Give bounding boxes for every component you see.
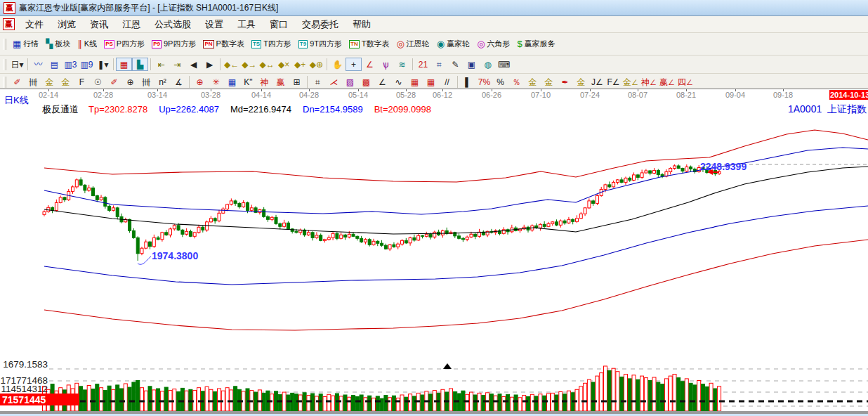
volume-value-badge-text: 71571445 [2,394,46,405]
toolbar-button-kline[interactable]: ∥K线 [74,39,100,49]
tool-grid-3-pane[interactable]: ▥3 [63,58,79,71]
tool-grid-9-pane[interactable]: ▥9 [79,58,95,71]
tool-zoom-in[interactable]: ◆+ [292,58,308,71]
tool-knife-tool[interactable]: ✐ [9,75,25,89]
tool-box-select[interactable]: ⌗ [310,75,326,89]
tool-overlay-curve[interactable]: 〰 [30,58,46,71]
menu-item-news[interactable]: 资讯 [83,18,115,31]
kline-volume-chart[interactable]: 1974.38002248.93991679.15831717714681145… [0,89,868,416]
tool-red-grid-arrow[interactable]: ▦ [423,75,439,89]
toolbar-grip[interactable] [3,77,6,88]
tool-zoom-all[interactable]: ◆⊕ [308,58,324,71]
tool-knife-ruler[interactable]: ✐ [106,75,122,89]
toolbar-button-winner-service[interactable]: $赢家服务 [513,39,558,49]
tool-starburst[interactable]: ✳ [208,75,224,89]
menu-item-tools[interactable]: 工具 [230,18,263,31]
toolbar-grip[interactable] [3,39,6,50]
tool-angle-mirror[interactable]: ∡ [171,75,187,89]
toolbar-button-9t-square[interactable]: T99T四方形 [295,39,346,49]
tool-shift-left[interactable]: ◆← [223,58,240,71]
tool-zigzag-tool[interactable]: ∿ [390,75,407,89]
tool-gann-circle[interactable]: ⊕ [122,75,138,89]
tool-gold-gate-1[interactable]: 金 [41,75,58,89]
tool-ying-tool[interactable]: 赢 [272,75,289,89]
tool-shen-angle[interactable]: 神∠ [640,75,658,89]
tool-f-ruler[interactable]: F [74,75,90,89]
tool-red-grid[interactable]: ▦ [407,75,423,89]
tool-last-bar[interactable]: ⇥ [169,58,185,71]
tool-gold-angle[interactable]: 金∠ [622,75,640,89]
toolbar-button-hexagon[interactable]: ◎六角形 [473,39,513,49]
toolbar-button-t-square[interactable]: TST四方形 [248,39,295,49]
tool-f-angle[interactable]: F∠ [605,75,622,89]
toolbar-grip[interactable] [3,59,6,70]
tool-ruler-2[interactable]: 卌 [138,75,154,89]
menu-item-settings[interactable]: 设置 [198,18,230,31]
tool-gann-fan[interactable]: ⋌ [326,75,342,89]
volume-marker-triangle [443,363,452,369]
tool-gold-underline[interactable]: 金 [541,75,557,89]
tool-workstation[interactable]: ⌨ [496,58,512,71]
toolbar-button-t-number-table[interactable]: TNT数字表 [346,39,393,49]
tool-price-pane[interactable]: ▌ [460,75,476,89]
tool-notes[interactable]: ✎ [447,58,463,71]
toolbar-button-sectors[interactable]: ▚板块 [42,39,74,49]
menu-item-help[interactable]: 帮助 [346,18,378,31]
date-tick-label: 02-14 [39,91,58,99]
tool-calculator[interactable]: ⌗ [431,58,447,71]
menu-item-browse[interactable]: 浏览 [51,18,83,31]
tool-grid-box[interactable]: ▦ [224,75,240,89]
tool-slant-lines[interactable]: // [439,75,455,89]
tool-grid-ruler[interactable]: 卌 [25,75,41,89]
tool-volume-profile[interactable]: ▙ [132,58,148,71]
toolbar-button-p-square[interactable]: PSP四方形 [100,39,148,49]
tool-shen-tool[interactable]: 神 [256,75,272,89]
tool-gold-gate-2[interactable]: 金 [58,75,74,89]
menu-item-trade-order[interactable]: 交易委托 [295,18,346,31]
tool-grid-123[interactable]: ⊞ [289,75,305,89]
tool-fan-box[interactable]: ▨ [342,75,358,89]
menu-item-gann[interactable]: 江恩 [115,18,147,31]
tool-pattern-overlay[interactable]: ▦ [116,58,132,71]
tool-info-panel[interactable]: ▤ [46,58,63,71]
tool-gold-circle[interactable]: 金 [525,75,541,89]
tool-percent[interactable]: % [492,75,508,89]
tool-hand-tool[interactable]: ✋ [329,58,346,71]
toolbar-button-winner-wheel[interactable]: ◉赢家轮 [433,39,473,49]
tool-brush-tool[interactable]: ✒ [557,75,573,89]
tool-web-data[interactable]: ◍ [480,58,496,71]
tool-ying-angle[interactable]: 赢∠ [658,75,676,89]
tool-crosshair-tool[interactable]: + [346,58,362,71]
tool-kline-style-dropdown[interactable]: 日▾ [9,58,25,71]
tool-first-bar[interactable]: ⇤ [153,58,169,71]
tool-n-squared[interactable]: n² [154,75,171,89]
tool-zoom-out[interactable]: ◆× [276,58,292,71]
tool-prev-bar[interactable]: ◀ [185,58,202,71]
tool-si-angle[interactable]: 四∠ [676,75,695,89]
tool-zoom-horizontal[interactable]: ◆↔ [258,58,275,71]
tool-next-bar[interactable]: ▶ [202,58,218,71]
toolbar-button-gann-wheel[interactable]: ◎江恩轮 [393,39,433,49]
menu-item-formula-stock-pick[interactable]: 公式选股 [147,18,198,31]
tool-angle-measure-tool[interactable]: ∠ [362,58,378,71]
tool-save[interactable]: ▣ [463,58,480,71]
tool-wave-tool[interactable]: ≋ [394,58,410,71]
toolbar-button-9p-square[interactable]: P99P四方形 [148,39,199,49]
tool-candle-type-dropdown[interactable]: ❚▾ [95,58,111,71]
tool-percent-line[interactable]: ％ [508,75,525,89]
tool-trend-pen[interactable]: ∠ [374,75,390,89]
tool-j-angle[interactable]: J∠ [589,75,605,89]
tool-calendar[interactable]: 21 [415,58,431,71]
tool-gann-shape-tool[interactable]: ѱ [378,58,394,71]
tool-circle-cross[interactable]: ⊕ [192,75,208,89]
menu-item-file[interactable]: 文件 [18,18,51,31]
tool-v-gold[interactable]: 金 [573,75,589,89]
toolbar-button-quotes[interactable]: ▦行情 [9,39,42,49]
tool-cross-box[interactable]: ▩ [358,75,374,89]
toolbar-button-p-number-table[interactable]: PNP数字表 [199,39,247,49]
menu-item-window[interactable]: 窗口 [263,18,295,31]
tool-shift-right[interactable]: ◆→ [240,58,258,71]
tool-spiral-tool[interactable]: ☉ [90,75,106,89]
tool-percent-strike[interactable]: 7% [476,75,492,89]
tool-k-quote[interactable]: K" [240,75,256,89]
